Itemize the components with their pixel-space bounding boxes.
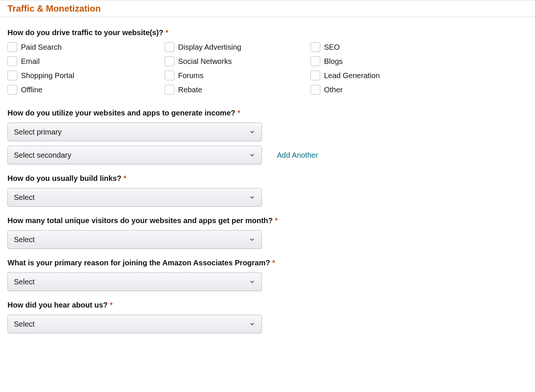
checkbox-box-icon[interactable] (311, 42, 320, 52)
checkbox-lead-generation[interactable]: Lead Generation (311, 71, 528, 80)
checkbox-other[interactable]: Other (311, 85, 528, 95)
checkbox-label[interactable]: Display Advertising (178, 43, 241, 52)
checkbox-label[interactable]: SEO (324, 43, 340, 52)
checkbox-label[interactable]: Rebate (178, 86, 202, 94)
build-links-select[interactable]: Select (7, 188, 262, 207)
checkbox-shopping-portal[interactable]: Shopping Portal (7, 71, 165, 80)
income-question-label: How do you utilize your websites and app… (7, 109, 528, 117)
checkbox-label[interactable]: Other (324, 86, 343, 94)
checkbox-email[interactable]: Email (7, 56, 165, 66)
income-secondary-select[interactable]: Select secondary (7, 146, 262, 164)
visitors-select[interactable]: Select (7, 230, 262, 249)
checkbox-rebate[interactable]: Rebate (165, 85, 311, 95)
hear-question-block: How did you hear about us? * Select (7, 301, 528, 333)
checkbox-label[interactable]: Paid Search (21, 43, 62, 52)
required-asterisk: * (123, 174, 126, 182)
checkbox-offline[interactable]: Offline (7, 85, 165, 95)
checkbox-box-icon[interactable] (311, 56, 320, 66)
checkbox-box-icon[interactable] (7, 42, 17, 52)
checkbox-label[interactable]: Blogs (324, 57, 343, 66)
build-links-question-text: How do you usually build links? (7, 174, 121, 182)
income-primary-row: Select primary (7, 123, 528, 141)
checkbox-box-icon[interactable] (165, 42, 174, 52)
checkbox-label[interactable]: Shopping Portal (21, 71, 74, 80)
chevron-down-icon (249, 194, 256, 201)
reason-select[interactable]: Select (7, 272, 262, 291)
checkbox-seo[interactable]: SEO (311, 42, 528, 52)
select-placeholder: Select (14, 235, 35, 244)
hear-select[interactable]: Select (7, 315, 262, 333)
visitors-question-block: How many total unique visitors do your w… (7, 216, 528, 249)
checkbox-box-icon[interactable] (165, 71, 174, 80)
required-asterisk: * (110, 301, 113, 309)
reason-question-text: What is your primary reason for joining … (7, 259, 270, 267)
reason-question-label: What is your primary reason for joining … (7, 259, 528, 267)
chevron-down-icon (249, 321, 256, 327)
visitors-question-label: How many total unique visitors do your w… (7, 216, 528, 225)
traffic-checkbox-grid: Paid Search Display Advertising SEO Emai… (7, 42, 528, 95)
checkbox-box-icon[interactable] (311, 85, 320, 95)
income-primary-select[interactable]: Select primary (7, 123, 262, 141)
checkbox-social-networks[interactable]: Social Networks (165, 56, 311, 66)
form-body: How do you drive traffic to your website… (0, 17, 535, 358)
checkbox-box-icon[interactable] (165, 85, 174, 95)
checkbox-label[interactable]: Email (21, 57, 40, 66)
checkbox-box-icon[interactable] (7, 71, 17, 80)
chevron-down-icon (249, 236, 256, 243)
hear-question-text: How did you hear about us? (7, 301, 108, 309)
checkbox-box-icon[interactable] (165, 56, 174, 66)
checkbox-paid-search[interactable]: Paid Search (7, 42, 165, 52)
chevron-down-icon (249, 129, 256, 135)
hear-question-label: How did you hear about us? * (7, 301, 528, 309)
chevron-down-icon (249, 278, 256, 285)
required-asterisk: * (165, 28, 168, 37)
select-placeholder: Select (14, 278, 35, 286)
checkbox-label[interactable]: Offline (21, 86, 42, 94)
select-placeholder: Select primary (14, 128, 62, 136)
checkbox-label[interactable]: Forums (178, 71, 204, 80)
income-question-text: How do you utilize your websites and app… (7, 109, 235, 117)
visitors-question-text: How many total unique visitors do your w… (7, 216, 273, 225)
income-question-block: How do you utilize your websites and app… (7, 109, 528, 164)
section-title: Traffic & Monetization (7, 3, 528, 14)
checkbox-box-icon[interactable] (311, 71, 320, 80)
section-header: Traffic & Monetization (0, 0, 535, 17)
required-asterisk: * (272, 259, 275, 267)
traffic-question-block: How do you drive traffic to your website… (7, 28, 528, 95)
reason-question-block: What is your primary reason for joining … (7, 259, 528, 291)
build-links-question-label: How do you usually build links? * (7, 174, 528, 183)
select-placeholder: Select (14, 193, 35, 202)
traffic-question-label: How do you drive traffic to your website… (7, 28, 528, 37)
income-secondary-row: Select secondary Add Another (7, 146, 528, 164)
build-links-question-block: How do you usually build links? * Select (7, 174, 528, 207)
chevron-down-icon (249, 152, 256, 158)
checkbox-box-icon[interactable] (7, 85, 17, 95)
traffic-question-text: How do you drive traffic to your website… (7, 28, 163, 37)
checkbox-label[interactable]: Social Networks (178, 57, 232, 66)
checkbox-box-icon[interactable] (7, 56, 17, 66)
required-asterisk: * (238, 109, 241, 117)
checkbox-label[interactable]: Lead Generation (324, 71, 380, 80)
checkbox-display-advertising[interactable]: Display Advertising (165, 42, 311, 52)
required-asterisk: * (275, 216, 278, 225)
checkbox-blogs[interactable]: Blogs (311, 56, 528, 66)
select-placeholder: Select secondary (14, 151, 71, 160)
select-placeholder: Select (14, 320, 35, 328)
checkbox-forums[interactable]: Forums (165, 71, 311, 80)
add-another-link[interactable]: Add Another (277, 151, 318, 160)
